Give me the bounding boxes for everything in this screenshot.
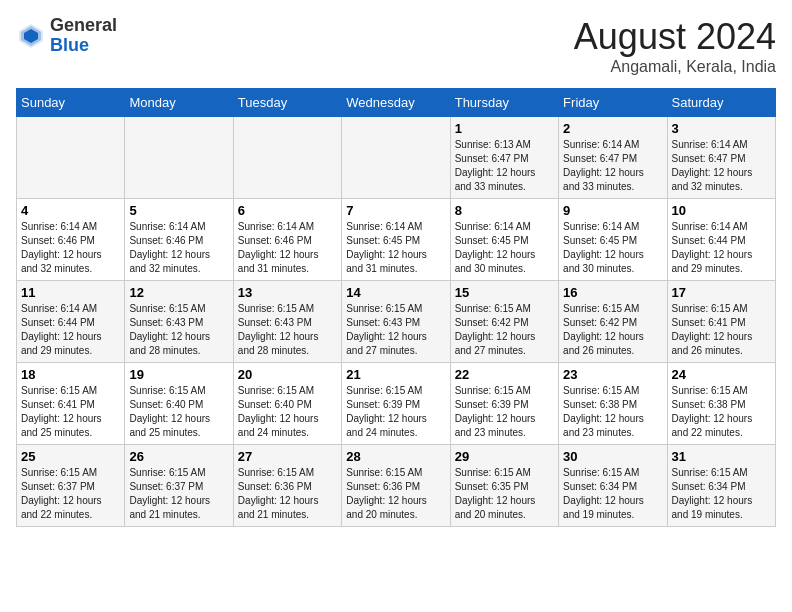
day-number: 9: [563, 203, 662, 218]
calendar-cell: 27Sunrise: 6:15 AM Sunset: 6:36 PM Dayli…: [233, 445, 341, 527]
day-number: 24: [672, 367, 771, 382]
calendar-cell: 16Sunrise: 6:15 AM Sunset: 6:42 PM Dayli…: [559, 281, 667, 363]
day-number: 25: [21, 449, 120, 464]
calendar-cell: 29Sunrise: 6:15 AM Sunset: 6:35 PM Dayli…: [450, 445, 558, 527]
day-info: Sunrise: 6:13 AM Sunset: 6:47 PM Dayligh…: [455, 138, 554, 194]
day-info: Sunrise: 6:14 AM Sunset: 6:45 PM Dayligh…: [563, 220, 662, 276]
day-number: 31: [672, 449, 771, 464]
day-info: Sunrise: 6:15 AM Sunset: 6:40 PM Dayligh…: [129, 384, 228, 440]
day-number: 20: [238, 367, 337, 382]
day-info: Sunrise: 6:15 AM Sunset: 6:42 PM Dayligh…: [563, 302, 662, 358]
day-info: Sunrise: 6:15 AM Sunset: 6:39 PM Dayligh…: [346, 384, 445, 440]
day-header-thursday: Thursday: [450, 89, 558, 117]
calendar-cell: 12Sunrise: 6:15 AM Sunset: 6:43 PM Dayli…: [125, 281, 233, 363]
day-info: Sunrise: 6:14 AM Sunset: 6:47 PM Dayligh…: [563, 138, 662, 194]
calendar-cell: 26Sunrise: 6:15 AM Sunset: 6:37 PM Dayli…: [125, 445, 233, 527]
logo-general: General: [50, 15, 117, 35]
day-info: Sunrise: 6:15 AM Sunset: 6:34 PM Dayligh…: [563, 466, 662, 522]
day-number: 3: [672, 121, 771, 136]
day-info: Sunrise: 6:15 AM Sunset: 6:38 PM Dayligh…: [563, 384, 662, 440]
day-info: Sunrise: 6:15 AM Sunset: 6:43 PM Dayligh…: [346, 302, 445, 358]
day-header-tuesday: Tuesday: [233, 89, 341, 117]
day-number: 10: [672, 203, 771, 218]
calendar-cell: 11Sunrise: 6:14 AM Sunset: 6:44 PM Dayli…: [17, 281, 125, 363]
day-number: 15: [455, 285, 554, 300]
day-number: 29: [455, 449, 554, 464]
day-info: Sunrise: 6:15 AM Sunset: 6:34 PM Dayligh…: [672, 466, 771, 522]
week-row-4: 18Sunrise: 6:15 AM Sunset: 6:41 PM Dayli…: [17, 363, 776, 445]
day-header-saturday: Saturday: [667, 89, 775, 117]
calendar-cell: 6Sunrise: 6:14 AM Sunset: 6:46 PM Daylig…: [233, 199, 341, 281]
day-info: Sunrise: 6:15 AM Sunset: 6:40 PM Dayligh…: [238, 384, 337, 440]
calendar-cell: 23Sunrise: 6:15 AM Sunset: 6:38 PM Dayli…: [559, 363, 667, 445]
calendar-cell: 3Sunrise: 6:14 AM Sunset: 6:47 PM Daylig…: [667, 117, 775, 199]
day-info: Sunrise: 6:15 AM Sunset: 6:43 PM Dayligh…: [238, 302, 337, 358]
calendar-header: SundayMondayTuesdayWednesdayThursdayFrid…: [17, 89, 776, 117]
calendar-cell: 24Sunrise: 6:15 AM Sunset: 6:38 PM Dayli…: [667, 363, 775, 445]
day-number: 6: [238, 203, 337, 218]
calendar-cell: 17Sunrise: 6:15 AM Sunset: 6:41 PM Dayli…: [667, 281, 775, 363]
calendar-cell: 21Sunrise: 6:15 AM Sunset: 6:39 PM Dayli…: [342, 363, 450, 445]
day-info: Sunrise: 6:15 AM Sunset: 6:36 PM Dayligh…: [238, 466, 337, 522]
calendar-cell: 4Sunrise: 6:14 AM Sunset: 6:46 PM Daylig…: [17, 199, 125, 281]
calendar-cell: 18Sunrise: 6:15 AM Sunset: 6:41 PM Dayli…: [17, 363, 125, 445]
calendar-cell: 7Sunrise: 6:14 AM Sunset: 6:45 PM Daylig…: [342, 199, 450, 281]
calendar-cell: 8Sunrise: 6:14 AM Sunset: 6:45 PM Daylig…: [450, 199, 558, 281]
logo-blue: Blue: [50, 35, 89, 55]
day-info: Sunrise: 6:14 AM Sunset: 6:44 PM Dayligh…: [21, 302, 120, 358]
day-info: Sunrise: 6:14 AM Sunset: 6:46 PM Dayligh…: [129, 220, 228, 276]
day-number: 22: [455, 367, 554, 382]
day-number: 5: [129, 203, 228, 218]
day-number: 26: [129, 449, 228, 464]
day-number: 7: [346, 203, 445, 218]
day-number: 21: [346, 367, 445, 382]
location-subtitle: Angamali, Kerala, India: [574, 58, 776, 76]
day-info: Sunrise: 6:14 AM Sunset: 6:47 PM Dayligh…: [672, 138, 771, 194]
calendar-cell: 28Sunrise: 6:15 AM Sunset: 6:36 PM Dayli…: [342, 445, 450, 527]
day-number: 27: [238, 449, 337, 464]
day-number: 13: [238, 285, 337, 300]
calendar-cell: 13Sunrise: 6:15 AM Sunset: 6:43 PM Dayli…: [233, 281, 341, 363]
day-header-wednesday: Wednesday: [342, 89, 450, 117]
week-row-3: 11Sunrise: 6:14 AM Sunset: 6:44 PM Dayli…: [17, 281, 776, 363]
day-info: Sunrise: 6:15 AM Sunset: 6:41 PM Dayligh…: [672, 302, 771, 358]
day-info: Sunrise: 6:14 AM Sunset: 6:45 PM Dayligh…: [346, 220, 445, 276]
calendar-cell: [342, 117, 450, 199]
day-info: Sunrise: 6:15 AM Sunset: 6:39 PM Dayligh…: [455, 384, 554, 440]
day-header-friday: Friday: [559, 89, 667, 117]
calendar-cell: 20Sunrise: 6:15 AM Sunset: 6:40 PM Dayli…: [233, 363, 341, 445]
day-number: 2: [563, 121, 662, 136]
calendar-cell: 10Sunrise: 6:14 AM Sunset: 6:44 PM Dayli…: [667, 199, 775, 281]
title-area: August 2024 Angamali, Kerala, India: [574, 16, 776, 76]
month-year-title: August 2024: [574, 16, 776, 58]
calendar-cell: [233, 117, 341, 199]
day-info: Sunrise: 6:14 AM Sunset: 6:46 PM Dayligh…: [238, 220, 337, 276]
calendar-cell: 25Sunrise: 6:15 AM Sunset: 6:37 PM Dayli…: [17, 445, 125, 527]
page-header: General Blue August 2024 Angamali, Keral…: [16, 16, 776, 76]
day-info: Sunrise: 6:15 AM Sunset: 6:36 PM Dayligh…: [346, 466, 445, 522]
day-number: 14: [346, 285, 445, 300]
calendar-cell: [17, 117, 125, 199]
day-info: Sunrise: 6:14 AM Sunset: 6:44 PM Dayligh…: [672, 220, 771, 276]
calendar-cell: 30Sunrise: 6:15 AM Sunset: 6:34 PM Dayli…: [559, 445, 667, 527]
day-header-row: SundayMondayTuesdayWednesdayThursdayFrid…: [17, 89, 776, 117]
day-number: 17: [672, 285, 771, 300]
day-number: 1: [455, 121, 554, 136]
calendar-cell: 1Sunrise: 6:13 AM Sunset: 6:47 PM Daylig…: [450, 117, 558, 199]
calendar-cell: 15Sunrise: 6:15 AM Sunset: 6:42 PM Dayli…: [450, 281, 558, 363]
week-row-2: 4Sunrise: 6:14 AM Sunset: 6:46 PM Daylig…: [17, 199, 776, 281]
week-row-5: 25Sunrise: 6:15 AM Sunset: 6:37 PM Dayli…: [17, 445, 776, 527]
logo-icon: [16, 21, 46, 51]
calendar-cell: 9Sunrise: 6:14 AM Sunset: 6:45 PM Daylig…: [559, 199, 667, 281]
day-number: 30: [563, 449, 662, 464]
calendar-cell: 22Sunrise: 6:15 AM Sunset: 6:39 PM Dayli…: [450, 363, 558, 445]
calendar-cell: [125, 117, 233, 199]
day-info: Sunrise: 6:15 AM Sunset: 6:37 PM Dayligh…: [21, 466, 120, 522]
day-info: Sunrise: 6:14 AM Sunset: 6:46 PM Dayligh…: [21, 220, 120, 276]
calendar-table: SundayMondayTuesdayWednesdayThursdayFrid…: [16, 88, 776, 527]
day-number: 16: [563, 285, 662, 300]
calendar-cell: 2Sunrise: 6:14 AM Sunset: 6:47 PM Daylig…: [559, 117, 667, 199]
day-info: Sunrise: 6:15 AM Sunset: 6:43 PM Dayligh…: [129, 302, 228, 358]
logo-text: General Blue: [50, 16, 117, 56]
day-info: Sunrise: 6:15 AM Sunset: 6:35 PM Dayligh…: [455, 466, 554, 522]
